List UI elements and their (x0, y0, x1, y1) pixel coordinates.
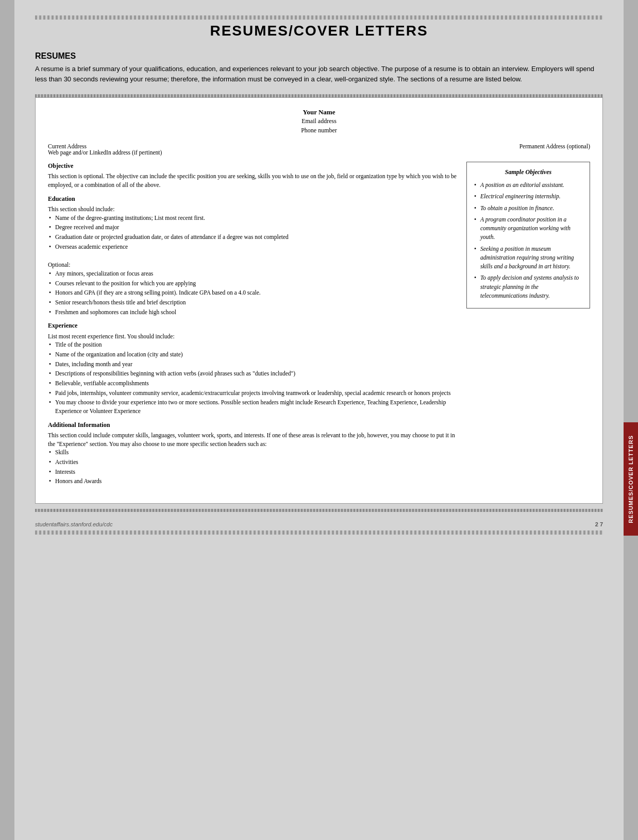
edu-opt-bullet-5: Freshmen and sophomores can include high… (48, 308, 458, 317)
exp-bullet-6: Paid jobs, internships, volunteer commun… (48, 389, 458, 398)
objective-item-5: Seeking a position in museum administrat… (473, 245, 583, 271)
additional-bullets: Skills Activities Interests Honors and A… (48, 448, 458, 486)
exp-bullet-7: You may choose to divide your experience… (48, 398, 458, 415)
page-title: RESUMES/COVER LETTERS (35, 23, 603, 39)
objective-item-4: A program coordinator position in a comm… (473, 215, 583, 242)
resume-left-column: Objective This section is optional. The … (48, 162, 458, 491)
experience-bullets: Title of the position Name of the organi… (48, 340, 458, 415)
objective-section: Objective This section is optional. The … (48, 162, 458, 190)
resume-email: Email address (48, 116, 590, 126)
edu-bullet-1: Name of the degree-granting institutions… (48, 214, 458, 222)
edu-bullet-2: Degree received and major (48, 223, 458, 232)
experience-intro: List most recent experience first. You s… (48, 332, 458, 341)
current-address: Current Address Web page and/or LinkedIn… (48, 143, 162, 156)
footer-page: 2 7 (595, 521, 603, 527)
right-tab: RESUMES/COVER LETTERS (624, 422, 638, 536)
objective-item-2: Electrical engineering internship. (473, 192, 583, 201)
resume-right-column: Sample Objectives A position as an edito… (466, 162, 590, 491)
exp-bullet-2: Name of the organization and location (c… (48, 350, 458, 359)
right-border: RESUMES/COVER LETTERS (624, 0, 638, 840)
education-bullets: Name of the degree-granting institutions… (48, 214, 458, 251)
add-bullet-3: Interests (48, 468, 458, 476)
objective-title: Objective (48, 162, 458, 170)
exp-bullet-1: Title of the position (48, 340, 458, 349)
sample-objectives-title: Sample Objectives (473, 167, 583, 177)
education-optional-label: Optional: (48, 261, 458, 269)
education-optional-bullets: Any minors, specialization or focus area… (48, 269, 458, 316)
bottom-border-strip (35, 530, 603, 535)
additional-section: Additional Information This section coul… (48, 421, 458, 486)
edu-opt-bullet-3: Honors and GPA (if they are a strong sel… (48, 288, 458, 297)
education-title: Education (48, 195, 458, 203)
exp-bullet-3: Dates, including month and year (48, 360, 458, 369)
additional-text: This section could include computer skil… (48, 431, 458, 448)
resume-box-bottom-strip (35, 509, 603, 512)
additional-title: Additional Information (48, 421, 458, 430)
edu-bullet-4: Overseas academic experience (48, 243, 458, 251)
main-content: RESUMES/COVER LETTERS RESUMES A resume i… (14, 0, 624, 840)
resume-phone: Phone number (48, 126, 590, 135)
add-bullet-2: Activities (48, 458, 458, 467)
left-border (0, 0, 14, 840)
education-section: Education This section should include: N… (48, 195, 458, 316)
experience-title: Experience (48, 321, 458, 330)
experience-section: Experience List most recent experience f… (48, 321, 458, 415)
edu-opt-bullet-2: Courses relevant to the position for whi… (48, 279, 458, 288)
footer-bar: studentaffairs.stanford.edu/cdc 2 7 (35, 517, 603, 527)
objective-item-3: To obtain a position in finance. (473, 204, 583, 213)
sample-objectives-list: A position as an editorial assistant. El… (473, 181, 583, 300)
add-bullet-4: Honors and Awards (48, 477, 458, 486)
resume-addresses: Current Address Web page and/or LinkedIn… (48, 143, 590, 156)
exp-bullet-5: Believable, verifiable accomplishments (48, 379, 458, 388)
objective-item-1: A position as an editorial assistant. (473, 181, 583, 190)
sample-objectives-box: Sample Objectives A position as an edito… (466, 162, 590, 308)
permanent-address: Permanent Address (optional) (519, 143, 590, 156)
add-bullet-1: Skills (48, 448, 458, 457)
edu-opt-bullet-4: Senior research/honors thesis title and … (48, 298, 458, 307)
resume-box: Your Name Email address Phone number Cur… (35, 97, 603, 504)
edu-opt-bullet-1: Any minors, specialization or focus area… (48, 269, 458, 278)
education-text: This section should include: (48, 205, 458, 214)
resume-name: Your Name (48, 108, 590, 116)
edu-bullet-3: Graduation date or projected graduation … (48, 233, 458, 242)
right-tab-text: RESUMES/COVER LETTERS (628, 435, 634, 523)
footer-url: studentaffairs.stanford.edu/cdc (35, 521, 112, 527)
resume-header: Your Name Email address Phone number (48, 108, 590, 135)
objective-text: This section is optional. The objective … (48, 172, 458, 189)
intro-text: A resume is a brief summary of your qual… (35, 64, 603, 84)
resumes-heading: RESUMES (35, 52, 603, 61)
top-border-strip (35, 15, 603, 20)
objective-item-6: To apply decision and systems analysis t… (473, 273, 583, 300)
exp-bullet-4: Descriptions of responsibilities beginni… (48, 369, 458, 378)
resume-body: Objective This section is optional. The … (48, 162, 590, 491)
